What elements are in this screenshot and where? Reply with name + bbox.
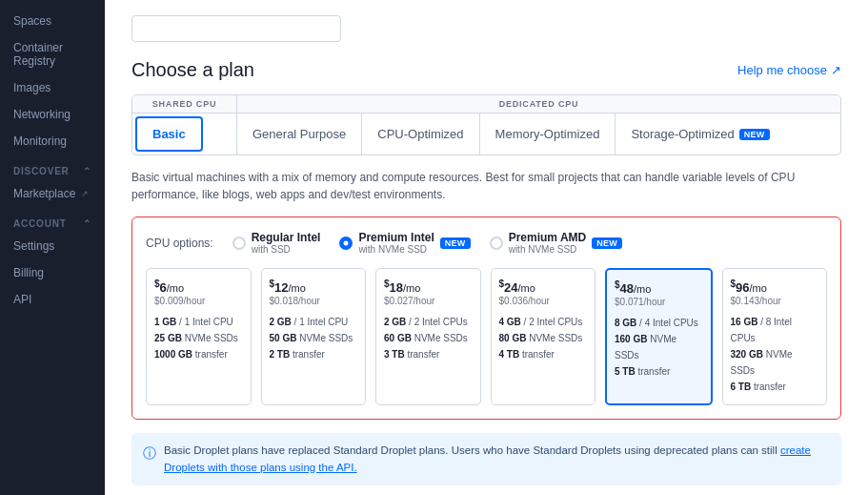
sidebar-item-label: Spaces [13, 14, 51, 28]
cpu-options-row: CPU options: Regular Intel with SSD Prem… [146, 231, 827, 255]
tab-cpu-optimized[interactable]: CPU-Optimized [362, 113, 479, 155]
shared-tabs: Basic [132, 113, 236, 155]
price-12-specs: 2 GB / 1 Intel CPU 50 GB NVMe SSDs 2 TB … [270, 314, 358, 362]
external-link-icon: ↗ [831, 63, 841, 77]
price-6-main: $6/mo [154, 278, 243, 295]
cpu-option-premium-intel-sub: with NVMe SSD [358, 244, 434, 255]
price-card-48[interactable]: $48/mo $0.071/hour 8 GB / 4 Intel CPUs 1… [605, 268, 713, 405]
sidebar-item-networking[interactable]: Networking [0, 101, 105, 128]
plan-header: Choose a plan Help me choose ↗ [131, 59, 841, 81]
price-card-24[interactable]: $24/mo $0.036/hour 4 GB / 2 Intel CPUs 8… [491, 268, 596, 405]
sidebar-item-label: Marketplace [13, 187, 75, 200]
sidebar-item-billing[interactable]: Billing [0, 259, 105, 286]
tab-storage-optimized[interactable]: Storage-Optimized NEW [616, 113, 784, 155]
info-icon: ⓘ [143, 443, 156, 464]
plan-description: Basic virtual machines with a mix of mem… [131, 169, 841, 203]
price-12-hour: $0.018/hour [270, 296, 358, 306]
price-48-hour: $0.071/hour [615, 297, 703, 307]
price-18-hour: $0.027/hour [384, 296, 473, 306]
cpu-option-premium-intel[interactable]: Premium Intel with NVMe SSD NEW [339, 231, 470, 255]
cpu-option-premium-intel-name: Premium Intel [358, 231, 434, 244]
tab-memory-optimized[interactable]: Memory-Optimized [480, 113, 616, 155]
chevron-up-icon: ⌃ [83, 166, 91, 176]
plan-tabs-wrapper: SHARED CPU Basic DEDICATED CPU General P… [131, 94, 841, 155]
tab-basic[interactable]: Basic [135, 116, 203, 152]
price-card-12[interactable]: $12/mo $0.018/hour 2 GB / 1 Intel CPU 50… [261, 268, 367, 405]
radio-premium-intel[interactable] [339, 237, 353, 250]
sidebar-item-images[interactable]: Images [0, 74, 105, 101]
new-badge-premium-amd: NEW [592, 237, 622, 249]
cpu-options-box: CPU options: Regular Intel with SSD Prem… [131, 217, 841, 420]
shared-cpu-column: SHARED CPU Basic [132, 95, 237, 155]
chevron-up-icon: ⌃ [83, 218, 91, 229]
radio-regular[interactable] [232, 237, 246, 250]
info-notice-1: ⓘ Basic Droplet plans have replaced Stan… [131, 433, 841, 485]
cpu-option-premium-amd[interactable]: Premium AMD with NVMe SSD NEW [490, 231, 622, 255]
page-title: Choose a plan [131, 59, 254, 81]
cpu-options-label: CPU options: [146, 237, 213, 250]
price-card-96[interactable]: $96/mo $0.143/hour 16 GB / 8 Intel CPUs … [722, 268, 828, 405]
dedicated-cpu-label: DEDICATED CPU [237, 95, 840, 113]
price-6-hour: $0.009/hour [154, 296, 243, 306]
cpu-option-regular-sub: with SSD [252, 244, 321, 255]
external-link-icon: ↗ [81, 189, 89, 198]
price-18-main: $18/mo [384, 278, 473, 295]
price-96-specs: 16 GB / 8 Intel CPUs 320 GB NVMe SSDs 6 … [731, 314, 819, 395]
price-12-main: $12/mo [270, 278, 358, 295]
price-24-hour: $0.036/hour [499, 296, 588, 306]
price-48-specs: 8 GB / 4 Intel CPUs 160 GB NVMe SSDs 5 T… [615, 315, 703, 380]
cpu-option-regular-name: Regular Intel [252, 231, 321, 244]
cpu-option-premium-amd-name: Premium AMD [509, 231, 587, 244]
sidebar-item-label: Container Registry [13, 41, 91, 68]
price-96-hour: $0.143/hour [731, 296, 819, 306]
sidebar-item-label: Images [13, 81, 50, 94]
top-bar [131, 15, 841, 42]
sidebar-item-container-registry[interactable]: Container Registry [0, 34, 105, 74]
dedicated-cpu-column: DEDICATED CPU General Purpose CPU-Optimi… [237, 95, 840, 155]
sidebar-item-settings[interactable]: Settings [0, 233, 105, 259]
price-card-18[interactable]: $18/mo $0.027/hour 2 GB / 2 Intel CPUs 6… [375, 268, 481, 405]
sidebar-item-label: Networking [13, 108, 71, 121]
help-me-choose-link[interactable]: Help me choose ↗ [737, 63, 841, 77]
sidebar-item-api[interactable]: API [0, 286, 105, 313]
price-24-specs: 4 GB / 2 Intel CPUs 80 GB NVMe SSDs 4 TB… [499, 314, 588, 362]
sidebar-item-spaces[interactable]: Spaces [0, 8, 105, 34]
sidebar-item-label: Billing [13, 266, 44, 279]
cpu-option-regular[interactable]: Regular Intel with SSD [232, 231, 321, 255]
new-badge-premium-intel: NEW [440, 237, 471, 249]
discover-section-label: DISCOVER ⌃ [0, 155, 105, 180]
price-6-specs: 1 GB / 1 Intel CPU 25 GB NVMe SSDs 1000 … [154, 314, 243, 362]
cpu-option-premium-amd-sub: with NVMe SSD [509, 244, 587, 255]
price-48-main: $48/mo [615, 279, 703, 296]
dedicated-tabs: General Purpose CPU-Optimized Memory-Opt… [237, 113, 840, 155]
sidebar-item-marketplace[interactable]: Marketplace ↗ [0, 180, 105, 207]
price-96-main: $96/mo [731, 278, 819, 295]
main-content: Choose a plan Help me choose ↗ SHARED CP… [105, 0, 868, 495]
tab-general-purpose[interactable]: General Purpose [237, 113, 362, 155]
sidebar: Spaces Container Registry Images Network… [0, 0, 105, 495]
price-18-specs: 2 GB / 2 Intel CPUs 60 GB NVMe SSDs 3 TB… [384, 314, 473, 362]
new-badge: NEW [739, 129, 770, 140]
search-input[interactable] [131, 15, 341, 42]
account-section-label: ACCOUNT ⌃ [0, 207, 105, 233]
sidebar-item-label: Settings [13, 239, 54, 253]
shared-cpu-label: SHARED CPU [132, 95, 236, 113]
sidebar-item-label: Monitoring [13, 134, 67, 148]
price-24-main: $24/mo [499, 278, 588, 295]
radio-premium-amd[interactable] [490, 237, 503, 250]
pricing-row: $6/mo $0.009/hour 1 GB / 1 Intel CPU 25 … [146, 268, 827, 405]
price-card-6[interactable]: $6/mo $0.009/hour 1 GB / 1 Intel CPU 25 … [146, 268, 252, 405]
sidebar-item-label: API [13, 293, 31, 306]
sidebar-item-monitoring[interactable]: Monitoring [0, 128, 105, 155]
